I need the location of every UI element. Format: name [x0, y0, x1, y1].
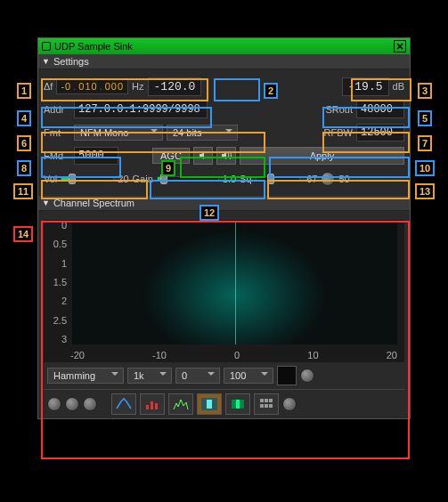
gain-label: Gain [133, 174, 153, 184]
fmt-mode-select[interactable]: NFM Mono [74, 125, 163, 141]
freq-digit[interactable]: 0 [78, 81, 85, 92]
x-tick: 0 [234, 350, 240, 360]
svg-rect-10 [260, 404, 264, 408]
svg-rect-2 [155, 403, 158, 409]
annot-1: 1 [17, 83, 31, 99]
y-tick: 0.5 [44, 239, 67, 249]
sq-slider[interactable] [256, 176, 300, 182]
x-tick: -10 [152, 350, 167, 360]
power-readout: -120.0 [148, 77, 202, 96]
x-tick: -20 [70, 350, 85, 360]
udp-sink-window: UDP Sample Sink ▼ Settings Δf - 0 . 0 1 … [37, 37, 411, 419]
freq-digit[interactable]: 0 [105, 81, 111, 92]
x-tick: 10 [307, 350, 318, 360]
waterfall-current-icon[interactable] [197, 393, 222, 415]
audio-active-icon[interactable] [216, 147, 236, 165]
window-title: UDP Sample Sink [54, 41, 133, 52]
freq-digit[interactable]: 0 [92, 81, 98, 92]
apply-button[interactable]: Apply [240, 147, 404, 165]
sq-value: -67 [304, 174, 318, 184]
audio-mute-icon[interactable] [193, 147, 213, 165]
spectrum-header[interactable]: ▼ Channel Spectrum [38, 196, 410, 211]
svg-rect-1 [151, 401, 153, 409]
svg-rect-0 [146, 405, 149, 409]
svg-rect-4 [207, 400, 212, 409]
freq-digit[interactable]: 0 [65, 81, 71, 92]
sq-label: Sq [240, 174, 251, 184]
freq-digit[interactable]: 0 [111, 81, 118, 92]
delta-f-label: Δf [44, 81, 53, 92]
window-value: Hamming [53, 370, 95, 381]
waterfall-display[interactable]: 0 0.5 1 1.5 2 2.5 3 -20 -10 0 10 20 [44, 220, 404, 362]
spectrum-x-axis: -20 -10 0 10 20 [70, 350, 397, 360]
svg-rect-12 [269, 404, 273, 408]
fft-select[interactable]: 1k [127, 368, 172, 384]
svg-rect-7 [260, 399, 264, 402]
fps-dial[interactable] [83, 397, 97, 411]
spectrum-trace-icon[interactable] [111, 393, 136, 415]
rfbw-label: RFBW [324, 127, 353, 138]
annot-9: 9 [161, 160, 175, 176]
freq-sep: . [73, 81, 77, 92]
fmt-label: Fmt [44, 127, 70, 138]
annot-8: 8 [17, 160, 31, 176]
srout-label: SRout [325, 104, 353, 115]
annot-14: 14 [13, 226, 33, 242]
annot-7: 7 [418, 135, 432, 151]
svg-rect-8 [265, 399, 268, 402]
decay-value: 100 [230, 370, 246, 381]
color-swatch[interactable] [277, 366, 297, 385]
range-dial[interactable] [65, 397, 79, 411]
spectrum-label: Channel Spectrum [53, 198, 134, 208]
freq-digit[interactable]: 0 [118, 81, 124, 92]
annot-13: 13 [415, 183, 435, 199]
freq-sep: . [100, 81, 103, 92]
waterfall-max-icon[interactable] [225, 393, 250, 415]
freq-digit[interactable]: 1 [85, 81, 91, 92]
addr-label: Addr [44, 104, 70, 115]
annot-6: 6 [17, 135, 31, 151]
app-icon [42, 42, 51, 51]
grid-intensity-dial[interactable] [282, 397, 297, 411]
srout-input[interactable] [356, 101, 404, 118]
rfbw-input[interactable] [356, 124, 404, 142]
ref-dial[interactable] [47, 397, 61, 411]
avg-select[interactable]: 0 [175, 368, 220, 384]
window-select[interactable]: Hamming [47, 368, 124, 384]
grid-icon[interactable] [254, 393, 279, 415]
svg-rect-9 [269, 399, 273, 402]
settings-label: Settings [53, 56, 89, 67]
level-unit: dB [393, 81, 404, 92]
gain-slider[interactable] [157, 176, 219, 182]
svg-rect-11 [265, 404, 268, 408]
spectrum-plot-area [72, 222, 397, 344]
histogram-icon[interactable] [140, 393, 165, 415]
y-tick: 3 [44, 334, 67, 344]
addr-input[interactable] [74, 101, 208, 118]
sq-gate-dial[interactable] [321, 172, 335, 186]
stroke-dial[interactable] [300, 368, 314, 383]
vol-value: 20 [118, 174, 128, 184]
fmd-input[interactable] [74, 147, 118, 165]
annot-5: 5 [418, 110, 432, 126]
frequency-display[interactable]: - 0 . 0 1 0 . 0 0 0 [56, 78, 128, 94]
annot-12: 12 [200, 205, 219, 221]
close-icon[interactable] [394, 40, 406, 53]
decay-select[interactable]: 100 [224, 368, 273, 384]
fmt-bits-select[interactable]: 24 bits [167, 125, 238, 141]
svg-rect-6 [236, 400, 240, 409]
vol-slider[interactable] [61, 176, 114, 182]
y-tick: 1.5 [44, 277, 67, 287]
titlebar[interactable]: UDP Sample Sink [38, 38, 410, 54]
annot-3: 3 [418, 83, 432, 99]
settings-header[interactable]: ▼ Settings [38, 54, 410, 69]
fmd-label: FMd [44, 150, 70, 161]
y-tick: 2 [44, 296, 67, 306]
level-readout: -19.5 [342, 77, 389, 96]
spectrum-y-axis: 0 0.5 1 1.5 2 2.5 3 [44, 220, 70, 344]
fmt-mode-value: NFM Mono [80, 127, 128, 138]
avg-value: 0 [182, 370, 187, 381]
x-tick: 20 [387, 350, 397, 360]
max-hold-icon[interactable] [168, 393, 193, 415]
annot-2: 2 [264, 83, 278, 99]
